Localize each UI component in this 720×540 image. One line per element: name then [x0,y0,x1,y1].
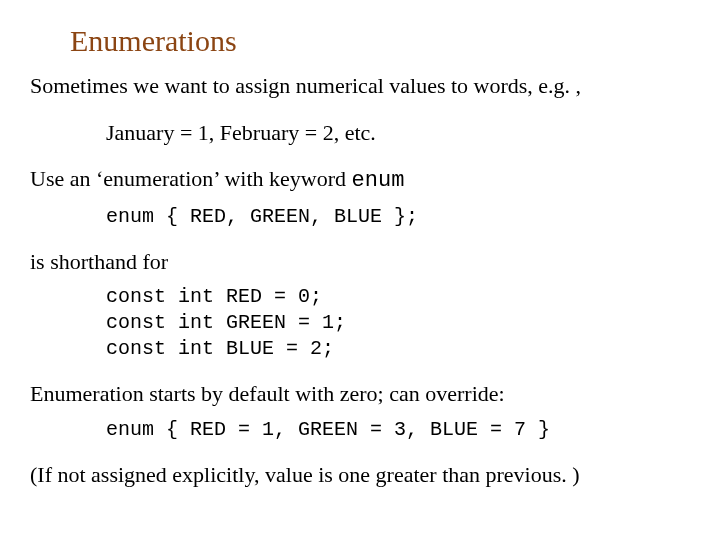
shorthand-text: is shorthand for [30,248,690,277]
use-enum-prefix: Use an ‘enumeration’ with keyword [30,166,352,191]
slide-title: Enumerations [70,24,690,58]
months-example: January = 1, February = 2, etc. [106,119,690,148]
use-enum-line: Use an ‘enumeration’ with keyword enum [30,165,690,196]
slide: Enumerations Sometimes we want to assign… [0,0,720,540]
const-block-code: const int RED = 0; const int GREEN = 1; … [106,284,690,362]
enum-keyword: enum [352,168,405,193]
override-text: Enumeration starts by default with zero;… [30,380,690,409]
enum-rgb-code: enum { RED, GREEN, BLUE }; [106,204,690,230]
intro-text: Sometimes we want to assign numerical va… [30,72,690,101]
enum-override-code: enum { RED = 1, GREEN = 3, BLUE = 7 } [106,417,690,443]
note-text: (If not assigned explicitly, value is on… [30,461,690,490]
